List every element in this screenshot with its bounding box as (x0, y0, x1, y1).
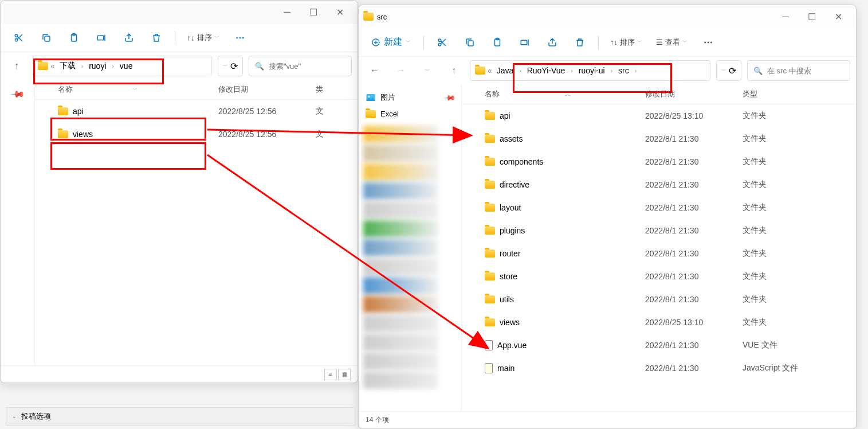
close-button[interactable]: ✕ (825, 7, 851, 26)
history-dropdown[interactable]: ﹀ (223, 63, 228, 70)
column-headers[interactable]: 名称 ﹀ 修改日期 类 (35, 80, 358, 100)
history-dropdown[interactable]: ﹀ (721, 67, 726, 75)
crumb[interactable]: src (616, 65, 631, 76)
delete-icon[interactable] (568, 32, 591, 53)
search-icon: 🔍 (255, 62, 264, 71)
breadcrumb[interactable]: « Java › RuoYi-Vue › ruoyi-ui › src › (470, 60, 710, 81)
close-button[interactable]: ✕ (327, 3, 353, 21)
table-row[interactable]: components 2022/8/1 21:30 文件夹 (462, 150, 856, 173)
copy-icon[interactable] (35, 28, 58, 48)
svg-point-7 (438, 39, 441, 42)
minimize-button[interactable]: ─ (274, 3, 300, 21)
delete-icon[interactable] (145, 28, 168, 48)
blurred-sidebar-items (361, 122, 459, 393)
col-name[interactable]: 名称 (58, 84, 73, 95)
status-bar: 14 个项 (359, 411, 856, 428)
table-row[interactable]: plugins 2022/8/1 21:30 文件夹 (462, 219, 856, 242)
file-date: 2022/8/1 21:30 (645, 226, 743, 235)
forward-button[interactable]: → (391, 60, 411, 81)
table-row[interactable]: App.vue 2022/8/1 21:30 VUE 文件 (462, 334, 856, 357)
share-icon[interactable] (541, 32, 564, 53)
rename-icon[interactable] (513, 32, 536, 53)
svg-point-8 (438, 43, 441, 46)
search-box[interactable]: 🔍 (747, 60, 850, 81)
back-button[interactable]: ← (364, 60, 385, 81)
icons-view-button[interactable]: ▦ (338, 369, 351, 380)
sidebar-label: 图片 (380, 92, 395, 103)
svg-rect-12 (521, 40, 527, 45)
separator (423, 36, 424, 49)
file-name: plugins (500, 226, 525, 235)
more-button[interactable]: ⋯ (229, 28, 252, 48)
col-type[interactable]: 类型 (743, 89, 811, 99)
file-date: 2022/8/1 21:30 (645, 364, 743, 373)
more-button[interactable]: ⋯ (697, 32, 720, 53)
details-view-button[interactable]: ≡ (324, 369, 337, 380)
paste-icon[interactable] (486, 32, 509, 53)
window-title: src (377, 13, 387, 21)
refresh-button[interactable]: ⟳ (729, 65, 736, 76)
table-row[interactable]: directive 2022/8/1 21:30 文件夹 (462, 173, 856, 196)
col-name[interactable]: 名称 (485, 89, 500, 99)
crumb[interactable]: Java (494, 65, 516, 76)
up-button[interactable]: ↑ (443, 60, 464, 81)
crumb[interactable]: RuoYi-Vue (525, 65, 568, 76)
table-row[interactable]: api 2022/8/25 13:10 文件夹 (462, 104, 856, 127)
sidebar-item[interactable]: Excel (361, 106, 459, 122)
footer-panel[interactable]: ⌄ 投稿选项 (6, 407, 355, 426)
table-row[interactable]: store 2022/8/1 21:30 文件夹 (462, 265, 856, 288)
col-type[interactable]: 类 (316, 84, 358, 95)
col-date[interactable]: 修改日期 (218, 84, 316, 95)
table-row[interactable]: assets 2022/8/1 21:30 文件夹 (462, 127, 856, 150)
cut-icon[interactable] (7, 28, 30, 48)
search-box[interactable]: 🔍 (249, 56, 352, 76)
maximize-button[interactable]: ☐ (300, 3, 327, 21)
crumb[interactable]: ruoyi (87, 60, 108, 72)
share-icon[interactable] (117, 28, 140, 48)
folder-icon (485, 272, 495, 280)
folder-icon (485, 204, 495, 212)
file-date: 2022/8/1 21:30 (645, 134, 743, 143)
rename-icon[interactable] (90, 28, 113, 48)
search-input[interactable] (767, 67, 863, 75)
table-row[interactable]: router 2022/8/1 21:30 文件夹 (462, 242, 856, 265)
file-date: 2022/8/1 21:30 (645, 341, 743, 350)
file-type: 文件夹 (743, 271, 811, 282)
separator (598, 36, 599, 49)
file-type: 文件夹 (743, 294, 811, 305)
sort-button[interactable]: ↑↓ 排序 ﹀ (182, 30, 224, 45)
col-date[interactable]: 修改日期 (645, 89, 743, 99)
crumb[interactable]: 下载 (57, 60, 78, 72)
search-input[interactable] (269, 62, 365, 71)
up-button[interactable]: ↑ (6, 56, 27, 76)
file-date: 2022/8/25 13:10 (645, 111, 743, 120)
history-dropdown[interactable]: ﹀ (417, 60, 438, 81)
column-headers[interactable]: 名称 ︿ 修改日期 类型 (462, 84, 856, 104)
crumb[interactable]: ruoyi-ui (576, 65, 607, 76)
sidebar-item-pictures[interactable]: 图片 📌 (361, 89, 459, 106)
table-row[interactable]: views 2022/8/25 13:10 文件夹 (462, 311, 856, 334)
table-row[interactable]: views 2022/8/25 12:56 文 (35, 123, 358, 146)
table-row[interactable]: api 2022/8/25 12:56 文 (35, 100, 358, 123)
cut-icon[interactable] (431, 32, 454, 53)
refresh-button[interactable]: ⟳ (230, 61, 238, 72)
file-name: router (500, 249, 521, 258)
file-name: api (73, 107, 84, 116)
nav-pane[interactable]: 图片 📌 Excel (359, 84, 462, 411)
address-bar: ↑ « 下载 › ruoyi › vue ﹀ ⟳ 🔍 (1, 52, 358, 80)
file-name: directive (500, 180, 529, 189)
copy-icon[interactable] (458, 32, 481, 53)
maximize-button[interactable]: ☐ (799, 7, 825, 26)
view-button[interactable]: ☰ 查看 ﹀ (651, 35, 692, 50)
breadcrumb[interactable]: « 下载 › ruoyi › vue (33, 56, 212, 76)
sort-button[interactable]: ↑↓ 排序 ﹀ (606, 35, 647, 50)
new-button[interactable]: 新建 ﹀ (366, 34, 417, 50)
crumb[interactable]: vue (117, 60, 135, 72)
table-row[interactable]: utils 2022/8/1 21:30 文件夹 (462, 288, 856, 311)
pin-icon[interactable]: 📌 (10, 87, 26, 103)
minimize-button[interactable]: ─ (772, 7, 799, 26)
file-name: views (73, 130, 93, 139)
table-row[interactable]: layout 2022/8/1 21:30 文件夹 (462, 196, 856, 219)
paste-icon[interactable] (62, 28, 85, 48)
table-row[interactable]: main 2022/8/1 21:30 JavaScript 文件 (462, 357, 856, 380)
